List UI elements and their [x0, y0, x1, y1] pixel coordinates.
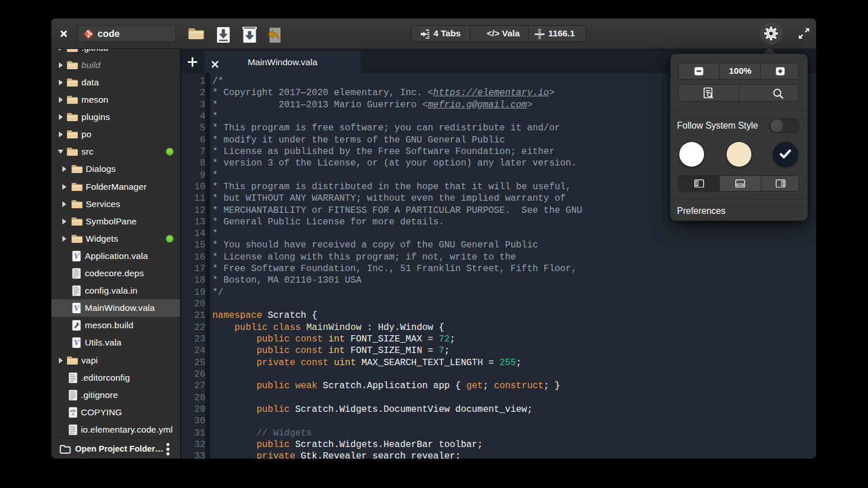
- svg-text:V: V: [74, 251, 80, 260]
- svg-text:V: V: [74, 304, 80, 313]
- svg-text:V: V: [74, 339, 80, 347]
